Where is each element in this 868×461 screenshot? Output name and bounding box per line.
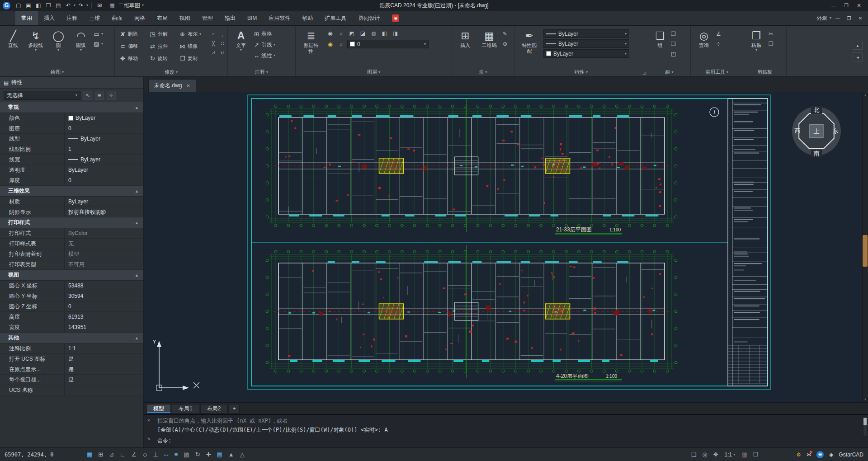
line-tool-button[interactable]: ╱ 直线 (3, 28, 24, 48)
layer-sun-icon[interactable]: ☼ (336, 40, 346, 48)
ribbon-cycle-icon[interactable]: ◂ (853, 52, 863, 61)
property-row-ltscale[interactable]: 线型比例1 (0, 144, 143, 155)
scale-icon[interactable]: ⊿ (211, 50, 215, 56)
annotation-visibility-icon[interactable]: ▲ (228, 451, 234, 458)
close-button[interactable]: ✕ (853, 0, 865, 10)
close-icon[interactable]: ✕ (186, 83, 190, 88)
shield-icon[interactable]: ◈ (829, 452, 833, 458)
property-value[interactable]: 0 (64, 301, 143, 311)
minimize-button[interactable]: — (827, 0, 840, 10)
ribbon-tab-annotate[interactable]: 注释 (61, 11, 83, 25)
tab-layout2[interactable]: 布局2 (200, 404, 228, 414)
inquiry-tool-button[interactable]: ◎ 查询 (693, 28, 714, 48)
save-as-icon[interactable]: ❐ (44, 1, 53, 10)
network-icon[interactable]: ⊕ (816, 451, 824, 458)
copy-clip-icon[interactable]: ❐ (769, 40, 774, 48)
ribbon-tab-surface[interactable]: 曲面 (106, 11, 128, 25)
property-value[interactable]: 无 (64, 239, 143, 249)
ribbon-tab-manage[interactable]: 管理 (196, 11, 219, 25)
cut-icon[interactable]: ✂ (769, 30, 774, 38)
property-value[interactable]: 0 (64, 123, 143, 133)
ribbon-tab-view[interactable]: 视图 (174, 11, 196, 25)
property-value[interactable]: 30594 (64, 291, 143, 301)
paste-tool-button[interactable]: ❒ 粘贴 ▾ (746, 28, 767, 52)
group-tool-button[interactable]: ❏ 组 (651, 28, 669, 48)
section-header-view[interactable]: 视图▲ (0, 270, 143, 281)
property-row-plot-type[interactable]: 打印表类型不可用 (0, 259, 143, 270)
doc-restore-button[interactable]: ❐ (844, 14, 854, 23)
ribbon-tab-home[interactable]: 常用 (15, 11, 38, 25)
ribbon-tab-collab[interactable]: 协同设计 (352, 11, 386, 25)
property-row-annoscale[interactable]: 注释比例1:1 (0, 343, 143, 354)
infer-constraints-icon[interactable]: ⊿ (109, 451, 114, 458)
linetype-control-dropdown[interactable]: ByLayer ▾ (543, 29, 629, 38)
ungroup-icon[interactable]: ❑ (671, 40, 676, 48)
id-point-icon[interactable]: ⊹ (716, 40, 721, 48)
ribbon-tab-output[interactable]: 输出 (219, 11, 241, 25)
collapse-icon[interactable]: ▲ (135, 105, 139, 110)
grid-display-icon[interactable]: ▦ (87, 451, 92, 458)
property-row-ucs-origin[interactable]: 在原点显示...是 (0, 364, 143, 375)
ribbon-tab-insert[interactable]: 插入 (38, 11, 61, 25)
hardware-accel-icon[interactable]: ▥ (741, 451, 747, 458)
ribbon-tab-bim[interactable]: BIM (241, 11, 263, 25)
section-header-misc[interactable]: 其他▲ (0, 333, 143, 343)
arc-tool-button[interactable]: ◠ 圆弧 ▾ (71, 28, 91, 52)
panel-label-block[interactable]: 块 ▾ (452, 68, 514, 76)
workspace-switcher[interactable]: ▦ 二维草图 ▾ (108, 1, 144, 10)
section-header-plot-style[interactable]: 打印样式▲ (0, 217, 143, 228)
ribbon-tab-mesh[interactable]: 网格 (128, 11, 151, 25)
block-attach-icon[interactable]: ⊕ (503, 40, 507, 48)
undo-icon[interactable]: ↶ (64, 1, 73, 10)
layer-unisolate-icon[interactable]: ◧ (380, 29, 389, 38)
copy-tool-button[interactable]: ❐复制 (177, 55, 207, 62)
section-header-3d-effects[interactable]: 三维效果▲ (0, 186, 143, 197)
message-icon[interactable]: ✉ (807, 452, 811, 458)
property-value[interactable]: 投射和接收阴影 (64, 207, 143, 217)
clean-screen-icon[interactable]: ❒ (753, 451, 759, 458)
property-value[interactable]: ByLayer (64, 197, 143, 207)
insert-block-button[interactable]: ⊞ 插入 (455, 28, 476, 48)
ribbon-tab-help[interactable]: 帮助 (296, 11, 319, 25)
command-prompt[interactable]: 命令: (157, 437, 868, 445)
chamfer-icon[interactable]: ◞ (222, 32, 223, 38)
color-control-dropdown[interactable]: ByLayer ▾ (543, 49, 629, 58)
text-tool-button[interactable]: A 文字 ▾ (231, 28, 251, 52)
scroll-down-icon[interactable]: ▾ (864, 397, 866, 401)
chevron-down-icon[interactable]: ▾ (86, 4, 88, 7)
stretch-tool-button[interactable]: ⇄拉伸 (147, 43, 177, 50)
property-row-ucs-icon-on[interactable]: 打开 UCS 图标是 (0, 354, 143, 364)
layer-properties-button[interactable]: ≣ 图层特性 (298, 28, 324, 54)
boolean-tool-button[interactable]: ⊕布尔▾ (177, 31, 207, 38)
lineweight-icon[interactable]: ≡ (175, 451, 178, 458)
ribbon-tab-layout[interactable]: 布局 (151, 11, 174, 25)
layer-dropdown[interactable]: 0 ▾ (347, 40, 429, 48)
ribbon-tab-3d[interactable]: 三维 (83, 11, 106, 25)
measure-icon[interactable]: ∡ (716, 30, 721, 38)
viewport-icon[interactable]: ❑ (691, 451, 697, 458)
notification-badge-icon[interactable]: ◉ (392, 14, 399, 22)
scrollbar-thumb[interactable] (863, 235, 868, 267)
property-value[interactable]: 模型 (64, 249, 143, 259)
property-row-height[interactable]: 高度61913 (0, 312, 143, 322)
property-value[interactable]: 61913 (64, 312, 143, 322)
join-icon[interactable]: ∪ (221, 50, 224, 56)
panel-label-properties[interactable]: 特性 ▾ (514, 68, 648, 76)
drawing-area[interactable]: 21-33层平面图 1:100 4-20层平面图 1:100 i (144, 92, 868, 402)
property-row-color[interactable]: 颜色ByLayer (0, 113, 143, 123)
ribbon-minimize-icon[interactable]: ▴ (853, 41, 863, 50)
rectangle-tool-button[interactable]: ▭ ▾ (93, 30, 103, 38)
collapse-icon[interactable]: ▲ (135, 221, 139, 225)
block-edit-icon[interactable]: ✎ (503, 30, 507, 38)
property-value[interactable]: 1:1 (64, 343, 143, 353)
gear-icon[interactable]: ⚙ (796, 452, 801, 458)
property-row-center-x[interactable]: 圆心 X 坐标53488 (0, 281, 143, 291)
property-row-plot-table[interactable]: 打印样式表无 (0, 239, 143, 249)
property-value[interactable]: 1 (64, 144, 143, 154)
select-objects-icon[interactable]: ⊞ (95, 91, 104, 100)
property-row-plot-attach[interactable]: 打印表附着到模型 (0, 249, 143, 259)
property-value[interactable] (64, 385, 143, 395)
command-line-window[interactable]: ✕ ✎ 指定窗口的角点，输入比例因子 (nX 或 nXP)，或者 [全部(A)/… (144, 414, 868, 447)
layer-isolate-icon[interactable]: ◍ (369, 29, 378, 38)
match-properties-button[interactable]: ✒ 特性匹配 (517, 28, 542, 54)
